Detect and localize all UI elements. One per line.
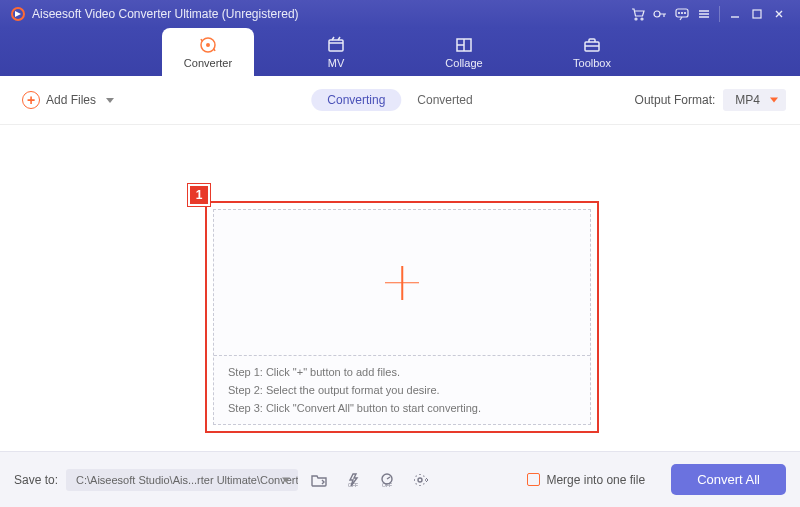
checkbox-icon — [527, 473, 540, 486]
output-format-label: Output Format: — [635, 93, 716, 107]
svg-text:OFF: OFF — [348, 482, 358, 488]
high-speed-button[interactable]: OFF — [374, 468, 400, 492]
tab-label: MV — [328, 57, 345, 69]
tab-label: Toolbox — [573, 57, 611, 69]
add-files-button[interactable]: + Add Files — [14, 87, 122, 113]
dropzone: Step 1: Click "+" button to add files. S… — [213, 209, 591, 425]
menu-icon[interactable] — [693, 3, 715, 25]
workspace: 1 Step 1: Click "+" button to add files.… — [0, 125, 800, 482]
add-files-label: Add Files — [46, 93, 96, 107]
merge-checkbox[interactable]: Merge into one file — [527, 473, 645, 487]
cart-icon[interactable] — [627, 3, 649, 25]
tab-mv[interactable]: MV — [290, 28, 382, 76]
svg-point-7 — [685, 13, 686, 14]
svg-point-1 — [635, 18, 637, 20]
output-format-select[interactable]: MP4 — [723, 89, 786, 111]
svg-point-6 — [682, 13, 683, 14]
svg-rect-11 — [329, 40, 343, 51]
titlebar: Aiseesoft Video Converter Ultimate (Unre… — [0, 0, 800, 28]
minimize-button[interactable] — [724, 3, 746, 25]
bottom-bar: Save to: C:\Aiseesoft Studio\Ais...rter … — [0, 451, 800, 507]
tab-collage[interactable]: Collage — [418, 28, 510, 76]
big-plus-icon — [385, 266, 419, 300]
svg-text:OFF: OFF — [382, 482, 392, 488]
annotation-frame: 1 Step 1: Click "+" button to add files.… — [205, 201, 599, 433]
window-title: Aiseesoft Video Converter Ultimate (Unre… — [32, 7, 299, 21]
toolbar: + Add Files Converting Converted Output … — [0, 76, 800, 125]
tab-label: Converter — [184, 57, 232, 69]
step-1: Step 1: Click "+" button to add files. — [228, 366, 576, 378]
feedback-icon[interactable] — [671, 3, 693, 25]
svg-rect-8 — [753, 10, 761, 18]
add-files-dropzone[interactable] — [214, 210, 590, 356]
instructions: Step 1: Click "+" button to add files. S… — [214, 356, 590, 424]
tab-toolbox[interactable]: Toolbox — [546, 28, 638, 76]
annotation-badge: 1 — [188, 184, 210, 206]
svg-point-5 — [679, 13, 680, 14]
mv-icon — [325, 35, 347, 55]
convert-icon — [197, 35, 219, 55]
output-format: Output Format: MP4 — [635, 89, 786, 111]
svg-point-17 — [418, 478, 422, 482]
collage-icon — [453, 35, 475, 55]
step-3: Step 3: Click "Convert All" button to st… — [228, 402, 576, 414]
app-logo-icon — [10, 6, 26, 22]
chevron-down-icon — [106, 98, 114, 103]
close-button[interactable] — [768, 3, 790, 25]
svg-point-2 — [641, 18, 643, 20]
merge-label: Merge into one file — [546, 473, 645, 487]
convert-all-button[interactable]: Convert All — [671, 464, 786, 495]
step-2: Step 2: Select the output format you des… — [228, 384, 576, 396]
svg-point-10 — [206, 43, 210, 47]
seg-converting[interactable]: Converting — [311, 89, 401, 111]
seg-converted[interactable]: Converted — [401, 89, 488, 111]
toolbox-icon — [581, 35, 603, 55]
tab-converter[interactable]: Converter — [162, 28, 254, 76]
svg-point-3 — [654, 11, 660, 17]
save-to-label: Save to: — [14, 473, 58, 487]
open-folder-button[interactable] — [306, 468, 332, 492]
tab-label: Collage — [445, 57, 482, 69]
status-segment: Converting Converted — [311, 89, 488, 111]
save-path-select[interactable]: C:\Aiseesoft Studio\Ais...rter Ultimate\… — [66, 469, 298, 491]
maximize-button[interactable] — [746, 3, 768, 25]
divider — [719, 6, 720, 22]
plus-icon: + — [22, 91, 40, 109]
settings-button[interactable] — [408, 468, 434, 492]
hw-accel-button[interactable]: OFF — [340, 468, 366, 492]
main-tabs: Converter MV Collage Toolbox — [0, 28, 800, 76]
key-icon[interactable] — [649, 3, 671, 25]
